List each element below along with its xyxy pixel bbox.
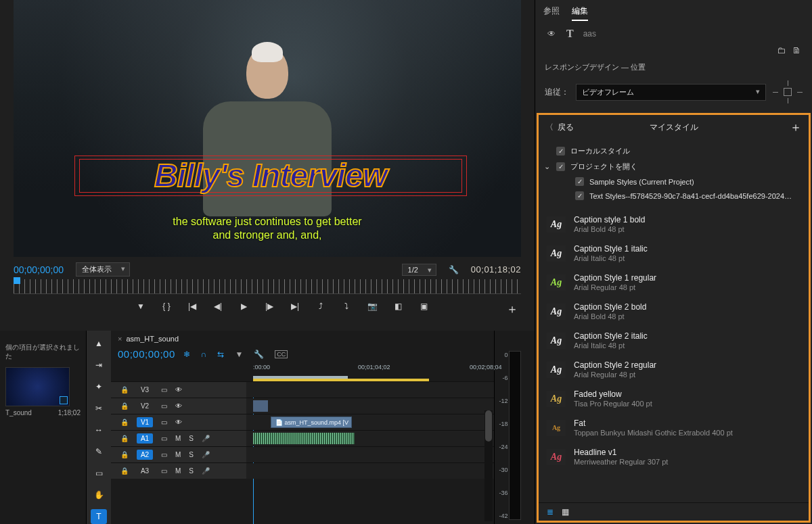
grid-view-icon[interactable]: ▦: [562, 507, 569, 517]
follow-dropdown[interactable]: ビデオフレーム: [576, 84, 766, 101]
selection-tool-icon[interactable]: ▲: [91, 336, 107, 351]
step-fwd-icon[interactable]: |▶: [264, 301, 275, 312]
mark-in-icon[interactable]: ▼: [135, 301, 146, 312]
project-clip-thumb[interactable]: [5, 367, 70, 406]
extract-icon[interactable]: ⤵: [341, 301, 352, 312]
export-frame-icon[interactable]: 📷: [367, 301, 378, 312]
track-v2[interactable]: 🔒V2▭👁: [111, 398, 494, 414]
visibility-icon[interactable]: 👁: [546, 29, 557, 39]
new-group-icon[interactable]: 🗀: [777, 45, 786, 55]
razor-tool-icon[interactable]: ✂: [91, 401, 107, 416]
style-item[interactable]: Ag Caption style 1 bold Arial Bold 48 pt: [539, 210, 809, 239]
ripple-tool-icon[interactable]: ✦: [91, 379, 107, 394]
audio-meter: 0-6-12-18-24-30-36-42: [509, 351, 521, 520]
track-v3[interactable]: 🔒V3▭👁: [111, 381, 494, 398]
style-swatch: Ag: [547, 245, 566, 262]
pen-tool-icon[interactable]: ✎: [91, 444, 107, 459]
tab-edit[interactable]: 編集: [572, 5, 588, 21]
track-v1[interactable]: 🔒V1▭👁 📄 asm_HT_sound.mp4 [V: [111, 414, 494, 430]
style-item[interactable]: Ag Caption Style 2 bold Arial Bold 48 pt: [539, 297, 809, 326]
program-scrubber[interactable]: [14, 279, 521, 294]
list-view-icon[interactable]: ≣: [547, 507, 554, 517]
caption-text: the software just continues to get bette…: [14, 215, 521, 242]
timeline-tc[interactable]: 00;00;00;00: [118, 348, 175, 360]
text-layer-icon: T: [566, 28, 574, 40]
style-name: Headline v1: [574, 448, 668, 457]
timeline-ruler[interactable]: :00:00 00;01;04;02 00;02;08;04: [246, 364, 494, 376]
style-item[interactable]: Ag Faded yellow Tisa Pro Regular 400 pt: [539, 384, 809, 413]
checkbox-project[interactable]: ✓: [556, 162, 565, 171]
style-desc: Merriweather Regular 307 pt: [574, 458, 668, 466]
checkbox-local[interactable]: ✓: [556, 147, 565, 156]
mark-out-icon[interactable]: { }: [161, 301, 172, 312]
sequence-tab[interactable]: ×asm_HT_sound: [118, 335, 179, 346]
graphic-title-layer[interactable]: Billy's Interview: [74, 156, 467, 196]
style-desc: Toppan Bunkyu Midashi Gothic Extrabold 4…: [574, 429, 733, 437]
new-layer-icon[interactable]: 🗎: [792, 45, 801, 55]
track-select-tool-icon[interactable]: ⇥: [91, 358, 107, 373]
style-swatch: Ag: [547, 449, 566, 465]
hand-tool-icon[interactable]: ✋: [91, 487, 107, 502]
graphics-clip[interactable]: [253, 400, 268, 412]
style-desc: Arial Bold 48 pt: [574, 225, 645, 233]
meter-tick: -42: [499, 513, 508, 519]
zoom-dropdown[interactable]: 全体表示: [76, 262, 130, 277]
marker-icon[interactable]: ▼: [235, 350, 243, 359]
settings-icon[interactable]: 🔧: [449, 265, 459, 275]
rectangle-tool-icon[interactable]: ▭: [91, 466, 107, 481]
track-a3[interactable]: 🔒A3▭MS🎤: [111, 462, 494, 479]
track-a2[interactable]: 🔒A2▭MS🎤: [111, 446, 494, 462]
style-swatch: Ag: [547, 333, 566, 349]
resolution-dropdown[interactable]: 1/2: [402, 264, 436, 276]
video-clip[interactable]: 📄 asm_HT_sound.mp4 [V: [271, 416, 352, 428]
timeline-panel: ×asm_HT_sound 00;00;00;00 ❄ ∩ ⇆ ▼ 🔧 CC :…: [111, 331, 494, 524]
tab-browse[interactable]: 参照: [543, 5, 560, 21]
meter-tick: -24: [499, 444, 508, 450]
snap-icon[interactable]: ❄: [183, 350, 190, 359]
style-desc: Arial Regular 48 pt: [574, 371, 656, 379]
play-icon[interactable]: ▶: [238, 301, 249, 312]
title-text[interactable]: Billy's Interview: [80, 160, 461, 192]
type-tool-icon[interactable]: T: [91, 509, 107, 524]
style-desc: Arial Regular 48 pt: [574, 283, 656, 291]
responsive-design-label: レスポンシブデザイン — 位置: [543, 59, 804, 79]
program-canvas[interactable]: Billy's Interview the software just cont…: [14, 0, 521, 257]
style-item[interactable]: Ag Caption Style 1 regular Arial Regular…: [539, 268, 809, 297]
style-item[interactable]: Ag Caption Style 1 italic Arial Italic 4…: [539, 239, 809, 268]
wrench2-icon[interactable]: 🔧: [254, 350, 264, 359]
pin-widget[interactable]: [773, 80, 803, 103]
style-name: Caption Style 2 regular: [574, 360, 656, 370]
style-desc: Arial Bold 48 pt: [574, 312, 646, 320]
style-item[interactable]: Ag Caption Style 2 regular Arial Regular…: [539, 355, 809, 384]
audio-clip-a1[interactable]: [253, 433, 355, 444]
program-tc-left[interactable]: 00;00;00;00: [14, 264, 64, 275]
track-a1[interactable]: 🔒A1▭MS🎤: [111, 430, 494, 446]
go-in-icon[interactable]: |◀: [187, 301, 198, 312]
lift-icon[interactable]: ⤴: [315, 301, 326, 312]
text-layer-name[interactable]: aas: [583, 29, 596, 39]
checkbox-sample[interactable]: ✓: [575, 177, 584, 186]
safe-margins-icon[interactable]: ▣: [418, 301, 429, 312]
caret-icon[interactable]: ⌄: [544, 162, 551, 171]
checkbox-long[interactable]: ✓: [575, 191, 584, 200]
magnet-icon[interactable]: ∩: [201, 350, 207, 359]
compare-icon[interactable]: ◧: [392, 301, 403, 312]
project-clip-name[interactable]: T_sound: [5, 409, 32, 416]
slip-tool-icon[interactable]: ↔: [91, 423, 107, 437]
style-swatch: Ag: [547, 304, 566, 320]
style-name: Faded yellow: [574, 389, 652, 399]
cc-icon[interactable]: CC: [275, 350, 288, 358]
style-item[interactable]: Ag Caption Style 2 italic Arial Italic 4…: [539, 326, 809, 355]
add-style-icon[interactable]: ＋: [790, 119, 802, 135]
style-swatch: Ag: [547, 420, 566, 436]
add-button-icon[interactable]: ＋: [506, 301, 535, 317]
linked-sel-icon[interactable]: ⇆: [217, 350, 224, 359]
text-layer-row[interactable]: 👁 T aas: [543, 21, 804, 45]
meter-tick: -30: [499, 467, 508, 473]
style-item[interactable]: Ag Fat Toppan Bunkyu Midashi Gothic Extr…: [539, 413, 809, 442]
go-out-icon[interactable]: ▶|: [290, 301, 300, 312]
step-back-icon[interactable]: ◀|: [212, 301, 223, 312]
style-desc: Arial Italic 48 pt: [574, 254, 648, 262]
program-monitor: Billy's Interview the software just cont…: [0, 0, 535, 331]
style-item[interactable]: Ag Headline v1 Merriweather Regular 307 …: [539, 442, 809, 471]
